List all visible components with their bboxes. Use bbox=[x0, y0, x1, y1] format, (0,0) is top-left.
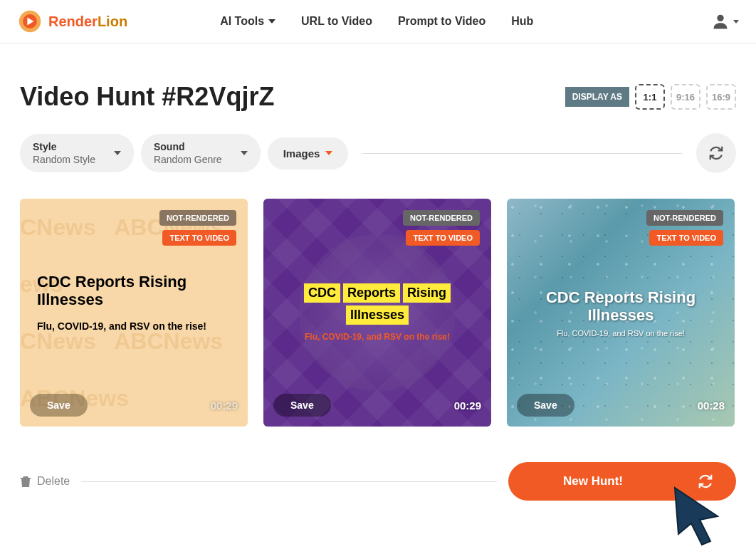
trash-icon bbox=[20, 475, 31, 488]
save-button[interactable]: Save bbox=[273, 394, 331, 417]
card-title: CDC Reports Rising Illnesses bbox=[524, 288, 718, 325]
card-title: CDCReportsRisingIllnesses bbox=[280, 283, 474, 325]
aspect-1-1-button[interactable]: 1:1 bbox=[635, 84, 665, 110]
filter-label: Images bbox=[283, 147, 320, 160]
sound-filter[interactable]: Sound Random Genre bbox=[141, 134, 261, 172]
reload-button[interactable] bbox=[696, 133, 736, 173]
chevron-down-icon bbox=[733, 20, 739, 23]
page-title: Video Hunt #R2VqjrZ bbox=[20, 82, 274, 112]
video-card[interactable]: CNews ABCNewsewsCNews ABCNewsABCNews NOT… bbox=[20, 199, 248, 427]
save-button[interactable]: Save bbox=[517, 394, 574, 417]
chevron-down-icon bbox=[268, 19, 275, 23]
type-badge: TEXT TO VIDEO bbox=[406, 230, 480, 246]
display-as-controls: DISPLAY AS 1:1 9:16 16:9 bbox=[565, 84, 736, 110]
delete-button[interactable]: Delete bbox=[20, 475, 70, 488]
status-badge: NOT-RENDERED bbox=[403, 210, 480, 226]
nav: AI Tools URL to Video Prompt to Video Hu… bbox=[220, 15, 533, 28]
type-badge: TEXT TO VIDEO bbox=[649, 230, 723, 246]
aspect-16-9-button[interactable]: 16:9 bbox=[706, 84, 736, 110]
new-hunt-label: New Hunt! bbox=[531, 474, 655, 488]
status-badge: NOT-RENDERED bbox=[646, 210, 723, 226]
logo-text: RenderLion bbox=[48, 14, 127, 30]
filter-value: Random Style bbox=[33, 154, 95, 165]
reload-icon bbox=[698, 474, 713, 489]
card-subtitle: Flu, COVID-19, and RSV on the rise! bbox=[524, 328, 718, 337]
save-button[interactable]: Save bbox=[30, 394, 88, 417]
card-title: CDC Reports Rising Illnesses bbox=[37, 273, 231, 309]
delete-label: Delete bbox=[37, 475, 70, 488]
logo-icon bbox=[17, 9, 43, 34]
header: RenderLion AI Tools URL to Video Prompt … bbox=[0, 0, 756, 43]
aspect-9-16-button[interactable]: 9:16 bbox=[671, 84, 700, 110]
duration-label: 00:29 bbox=[211, 399, 238, 412]
divider bbox=[81, 481, 497, 482]
user-icon bbox=[710, 11, 730, 31]
filter-value: Random Genre bbox=[154, 154, 222, 165]
nav-hub[interactable]: Hub bbox=[511, 15, 533, 28]
display-as-label: DISPLAY AS bbox=[565, 87, 629, 107]
duration-label: 00:28 bbox=[698, 399, 725, 412]
nav-label: AI Tools bbox=[220, 15, 264, 28]
filter-label: Style bbox=[33, 141, 95, 152]
chevron-down-icon bbox=[114, 151, 121, 155]
chevron-down-icon bbox=[325, 151, 332, 155]
logo[interactable]: RenderLion bbox=[17, 9, 127, 34]
new-hunt-button[interactable]: New Hunt! bbox=[508, 462, 736, 501]
video-card[interactable]: NOT-RENDERED TEXT TO VIDEO CDC Reports R… bbox=[507, 199, 735, 427]
status-badge: NOT-RENDERED bbox=[159, 210, 236, 226]
user-menu[interactable] bbox=[710, 11, 739, 31]
duration-label: 00:29 bbox=[454, 399, 481, 412]
filter-label: Sound bbox=[154, 141, 222, 152]
chevron-down-icon bbox=[241, 151, 248, 155]
svg-point-1 bbox=[717, 15, 723, 21]
nav-url-to-video[interactable]: URL to Video bbox=[301, 15, 372, 28]
nav-ai-tools[interactable]: AI Tools bbox=[220, 15, 275, 28]
card-subtitle: Flu, COVID-19, and RSV on the rise! bbox=[280, 332, 474, 342]
card-subtitle: Flu, COVID-19, and RSV on the rise! bbox=[37, 320, 231, 331]
divider bbox=[362, 153, 682, 154]
nav-prompt-to-video[interactable]: Prompt to Video bbox=[398, 15, 485, 28]
type-badge: TEXT TO VIDEO bbox=[162, 230, 236, 246]
video-card[interactable]: NOT-RENDERED TEXT TO VIDEO CDCReportsRis… bbox=[263, 199, 491, 427]
images-filter[interactable]: Images bbox=[268, 137, 349, 169]
style-filter[interactable]: Style Random Style bbox=[20, 134, 134, 172]
reload-icon bbox=[708, 145, 724, 161]
